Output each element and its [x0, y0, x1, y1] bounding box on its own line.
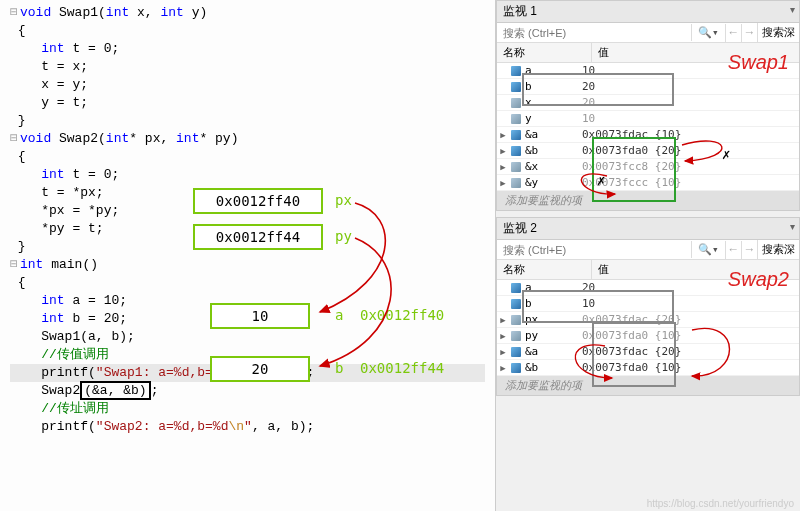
- var-value: 0x0073fda0 {10}: [578, 329, 799, 342]
- var-value: 20: [578, 96, 799, 109]
- expand-icon[interactable]: ▶: [497, 331, 509, 341]
- var-name: b: [523, 297, 578, 310]
- watch-row[interactable]: ▶&b0x0073fda0 {10}: [497, 360, 799, 376]
- search-icon[interactable]: 🔍▾: [691, 241, 725, 258]
- watch-row[interactable]: x20: [497, 95, 799, 111]
- var-value: 0x0073fdac {20}: [578, 345, 799, 358]
- var-name: y: [523, 112, 578, 125]
- expand-icon[interactable]: ▶: [497, 178, 509, 188]
- var-value: 0x0073fccc {10}: [578, 176, 799, 189]
- var-name: a: [523, 281, 578, 294]
- var-name: &b: [523, 361, 578, 374]
- box-b: 20: [210, 356, 310, 382]
- watch-panels-pane: 监视 1▾ 🔍▾ ← → 搜索深 名称 值 a10b20x20y10▶&a0x0…: [495, 0, 800, 511]
- var-name: &a: [523, 345, 578, 358]
- box-px: 0x0012ff40: [193, 188, 323, 214]
- var-name: &a: [523, 128, 578, 141]
- watch-row[interactable]: ▶&a0x0073fdac {10}: [497, 127, 799, 143]
- var-icon: [509, 114, 523, 124]
- watch1-search-bar: 🔍▾ ← → 搜索深: [497, 23, 799, 43]
- code-editor-pane: ⊟void Swap1(int x, int y) { int t = 0; t…: [0, 0, 495, 511]
- watch-row[interactable]: ▶&a0x0073fdac {20}: [497, 344, 799, 360]
- var-icon: [509, 162, 523, 172]
- watch-row[interactable]: ▶&b0x0073fda0 {20}: [497, 143, 799, 159]
- watch1-search-input[interactable]: [497, 25, 691, 41]
- var-icon: [509, 347, 523, 357]
- dropdown-icon[interactable]: ▾: [790, 221, 795, 232]
- watch2-search-input[interactable]: [497, 242, 691, 258]
- var-name: px: [523, 313, 578, 326]
- watch2-rows: a20b10▶px0x0073fdac {20}▶py0x0073fda0 {1…: [497, 280, 799, 376]
- swap1-label: Swap1: [728, 51, 789, 74]
- var-icon: [509, 82, 523, 92]
- watch1-title[interactable]: 监视 1▾: [497, 1, 799, 23]
- watch1-rows: a10b20x20y10▶&a0x0073fdac {10}▶&b0x0073f…: [497, 63, 799, 191]
- var-icon: [509, 331, 523, 341]
- watch2-add-item[interactable]: 添加要监视的项: [497, 376, 799, 395]
- watch-row[interactable]: ▶&x0x0073fcc8 {20}: [497, 159, 799, 175]
- var-name: a: [523, 64, 578, 77]
- addr-a: 0x0012ff40: [360, 307, 444, 323]
- var-value: 0x0073fda0 {20}: [578, 144, 799, 157]
- var-icon: [509, 178, 523, 188]
- box-a: 10: [210, 303, 310, 329]
- search-depth[interactable]: 搜索深: [757, 23, 799, 42]
- var-name: b: [523, 80, 578, 93]
- watch1-add-item[interactable]: 添加要监视的项: [497, 191, 799, 210]
- prev-icon[interactable]: ←: [725, 24, 741, 42]
- box-py: 0x0012ff44: [193, 224, 323, 250]
- var-name: py: [523, 329, 578, 342]
- var-icon: [509, 299, 523, 309]
- var-value: 10: [578, 297, 799, 310]
- var-icon: [509, 146, 523, 156]
- var-value: 0x0073fdac {10}: [578, 128, 799, 141]
- prev-icon[interactable]: ←: [725, 241, 741, 259]
- var-name: &b: [523, 144, 578, 157]
- expand-icon[interactable]: ▶: [497, 315, 509, 325]
- var-value: 0x0073fda0 {10}: [578, 361, 799, 374]
- watch2-title[interactable]: 监视 2▾: [497, 218, 799, 240]
- watch-row[interactable]: ▶px0x0073fdac {20}: [497, 312, 799, 328]
- label-a: a: [335, 307, 343, 323]
- expand-icon[interactable]: ▶: [497, 146, 509, 156]
- var-value: 10: [578, 112, 799, 125]
- var-icon: [509, 98, 523, 108]
- label-b: b: [335, 360, 343, 376]
- watch-row[interactable]: ▶py0x0073fda0 {10}: [497, 328, 799, 344]
- col-name-header[interactable]: 名称: [497, 43, 592, 62]
- expand-icon[interactable]: ▶: [497, 162, 509, 172]
- watch-panel-1: 监视 1▾ 🔍▾ ← → 搜索深 名称 值 a10b20x20y10▶&a0x0…: [496, 0, 800, 211]
- var-icon: [509, 283, 523, 293]
- swap2-args-highlight: (&a, &b): [80, 381, 150, 400]
- col-name-header[interactable]: 名称: [497, 260, 592, 279]
- var-name: x: [523, 96, 578, 109]
- var-value: 20: [578, 80, 799, 93]
- expand-icon[interactable]: ▶: [497, 130, 509, 140]
- addr-b: 0x0012ff44: [360, 360, 444, 376]
- var-icon: [509, 315, 523, 325]
- watch-row[interactable]: y10: [497, 111, 799, 127]
- watch-row[interactable]: ▶&y0x0073fccc {10}: [497, 175, 799, 191]
- expand-icon[interactable]: ▶: [497, 347, 509, 357]
- var-icon: [509, 66, 523, 76]
- search-icon[interactable]: 🔍▾: [691, 24, 725, 41]
- var-icon: [509, 130, 523, 140]
- search-depth[interactable]: 搜索深: [757, 240, 799, 259]
- var-value: 0x0073fdac {20}: [578, 313, 799, 326]
- swap2-label: Swap2: [728, 268, 789, 291]
- watch-row[interactable]: b20: [497, 79, 799, 95]
- label-px: px: [335, 192, 352, 208]
- var-value: 0x0073fcc8 {20}: [578, 160, 799, 173]
- var-icon: [509, 363, 523, 373]
- watch2-search-bar: 🔍▾ ← → 搜索深: [497, 240, 799, 260]
- next-icon[interactable]: →: [741, 241, 757, 259]
- var-name: &x: [523, 160, 578, 173]
- next-icon[interactable]: →: [741, 24, 757, 42]
- watch-row[interactable]: b10: [497, 296, 799, 312]
- var-name: &y: [523, 176, 578, 189]
- expand-icon[interactable]: ▶: [497, 363, 509, 373]
- kw-void: void: [20, 5, 51, 20]
- watermark: https://blog.csdn.net/yourfriendyo: [647, 498, 794, 509]
- dropdown-icon[interactable]: ▾: [790, 4, 795, 15]
- watch-panel-2: 监视 2▾ 🔍▾ ← → 搜索深 名称 值 a20b10▶px0x0073fda…: [496, 217, 800, 396]
